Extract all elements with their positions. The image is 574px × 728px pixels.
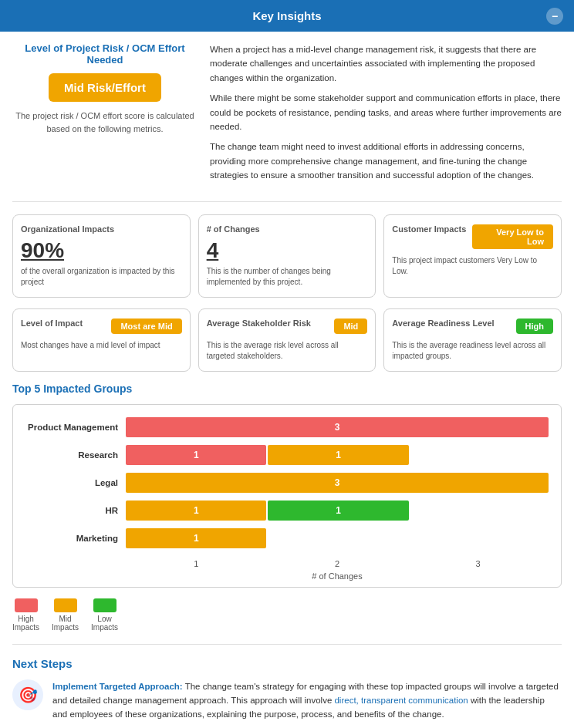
chart-section-title: Top 5 Impacted Groups	[12, 383, 562, 395]
org-impacts-card: Organizational Impacts 90% of the overal…	[12, 214, 191, 298]
bar-area-product-management: 3	[126, 417, 549, 437]
legend-color-low	[93, 598, 116, 612]
bar-area-marketing: 1	[126, 528, 549, 548]
level-impact-label: Level of Impact	[21, 318, 83, 328]
level-impact-card: Level of Impact Most are Mid Most change…	[12, 308, 191, 372]
level-impact-badge: Most are Mid	[111, 318, 181, 334]
risk-description: The project risk / OCM effort score is c…	[12, 110, 198, 135]
explanation-p2: While there might be some stakeholder su…	[210, 91, 562, 133]
bar-segment-green-1: 1	[268, 501, 408, 521]
explanation-p3: The change team might need to invest add…	[210, 140, 562, 182]
legend-label-high: HighImpacts	[12, 615, 39, 632]
changes-value: 4	[207, 238, 368, 263]
legend-label-mid: MidImpacts	[52, 615, 79, 632]
bar-row-hr: HR 1 1	[25, 501, 549, 521]
metrics-row2: Level of Impact Most are Mid Most change…	[12, 308, 562, 372]
bar-area-research: 1 1	[126, 445, 549, 465]
stakeholder-risk-badge: Mid	[334, 318, 367, 334]
customer-impacts-row: Customer Impacts Very Low to Low	[392, 224, 553, 252]
axis-tick-2: 2	[267, 559, 408, 568]
legend-mid: MidImpacts	[52, 598, 79, 632]
customer-impacts-card: Customer Impacts Very Low to Low This pr…	[383, 214, 562, 298]
level-impact-right: Most are Mid	[89, 318, 182, 337]
bar-label-product-management: Product Management	[25, 423, 126, 432]
readiness-row: Average Readiness Level High	[392, 318, 553, 337]
bar-row-marketing: Marketing 1	[25, 528, 549, 548]
changes-label: # of Changes	[207, 224, 368, 234]
stakeholder-risk-row: Average Stakeholder Risk Mid	[207, 318, 368, 337]
next-steps-bold: Implement Targeted Approach:	[52, 682, 183, 691]
bar-row-product-management: Product Management 3	[25, 417, 549, 437]
main-content: Level of Project Risk / OCM Effort Neede…	[0, 32, 574, 728]
collapse-icon[interactable]: −	[546, 8, 563, 25]
bar-row-research: Research 1 1	[25, 445, 549, 465]
bar-segment-yellow-4: 1	[126, 528, 266, 548]
next-steps-text: Implement Targeted Approach: The change …	[52, 679, 562, 722]
level-impact-row: Level of Impact Most are Mid	[21, 318, 182, 337]
chart-legend: HighImpacts MidImpacts LowImpacts	[12, 598, 562, 632]
customer-impacts-right: Very Low to Low	[472, 224, 553, 252]
bar-label-research: Research	[25, 450, 126, 460]
bar-segment-red: 3	[126, 417, 549, 437]
x-axis-label: # of Changes	[126, 571, 549, 581]
bar-label-legal: Legal	[25, 478, 126, 487]
risk-panel-title: Level of Project Risk / OCM Effort Neede…	[12, 42, 198, 66]
metrics-row1: Organizational Impacts 90% of the overal…	[12, 214, 562, 298]
org-impacts-value: 90%	[21, 238, 182, 263]
bar-row-legal: Legal 3	[25, 473, 549, 493]
risk-explanation: When a project has a mid-level change ma…	[210, 42, 562, 189]
changes-card: # of Changes 4 This is the number of cha…	[198, 214, 376, 298]
explanation-p1: When a project has a mid-level change ma…	[210, 42, 562, 85]
bar-label-marketing: Marketing	[25, 534, 126, 543]
bar-segment-yellow-2: 3	[126, 473, 549, 493]
changes-desc: This is the number of changes being impl…	[207, 266, 368, 288]
next-steps-icon: 🎯	[12, 679, 43, 710]
page-header: Key Insights −	[0, 0, 574, 32]
header-title: Key Insights	[252, 9, 321, 22]
stakeholder-risk-card: Average Stakeholder Risk Mid This is the…	[198, 308, 376, 372]
bar-label-hr: HR	[25, 506, 126, 515]
legend-high: HighImpacts	[12, 598, 39, 632]
level-impact-desc: Most changes have a mid level of impact	[21, 340, 182, 351]
top-section: Level of Project Risk / OCM Effort Neede…	[12, 42, 562, 202]
stakeholder-risk-desc: This is the average risk level across al…	[207, 340, 368, 362]
bar-segment-red-1: 1	[126, 445, 266, 465]
legend-low: LowImpacts	[91, 598, 118, 632]
customer-impacts-desc: This project impact customers Very Low t…	[392, 255, 553, 277]
readiness-desc: This is the average readiness level acro…	[392, 340, 553, 362]
readiness-label: Average Readiness Level	[392, 318, 494, 328]
chart-axis: 1 2 3	[126, 556, 549, 568]
stakeholder-risk-right: Mid	[317, 318, 367, 337]
next-steps-title: Next Steps	[12, 657, 562, 670]
next-steps-item: 🎯 Implement Targeted Approach: The chang…	[12, 679, 562, 722]
stakeholder-risk-label: Average Stakeholder Risk	[207, 318, 311, 328]
risk-panel: Level of Project Risk / OCM Effort Neede…	[12, 42, 198, 189]
bar-area-legal: 3	[126, 473, 549, 493]
risk-badge: Mid Risk/Effort	[49, 73, 161, 102]
bar-area-hr: 1 1	[126, 501, 549, 521]
axis-tick-1: 1	[126, 559, 267, 568]
readiness-card: Average Readiness Level High This is the…	[383, 308, 562, 372]
bar-segment-yellow-3: 1	[126, 501, 266, 521]
readiness-right: High	[501, 318, 553, 337]
readiness-badge: High	[516, 318, 553, 334]
legend-color-high	[15, 598, 38, 612]
org-impacts-desc: of the overall organization is impacted …	[21, 266, 182, 288]
bar-segment-yellow-1: 1	[268, 445, 408, 465]
org-impacts-label: Organizational Impacts	[21, 224, 182, 234]
legend-label-low: LowImpacts	[91, 615, 118, 632]
customer-impacts-label: Customer Impacts	[392, 224, 466, 234]
axis-tick-3: 3	[407, 559, 549, 568]
bar-chart: Product Management 3 Research 1 1 Legal …	[12, 404, 562, 588]
customer-impacts-badge: Very Low to Low	[472, 224, 553, 249]
legend-color-mid	[54, 598, 77, 612]
